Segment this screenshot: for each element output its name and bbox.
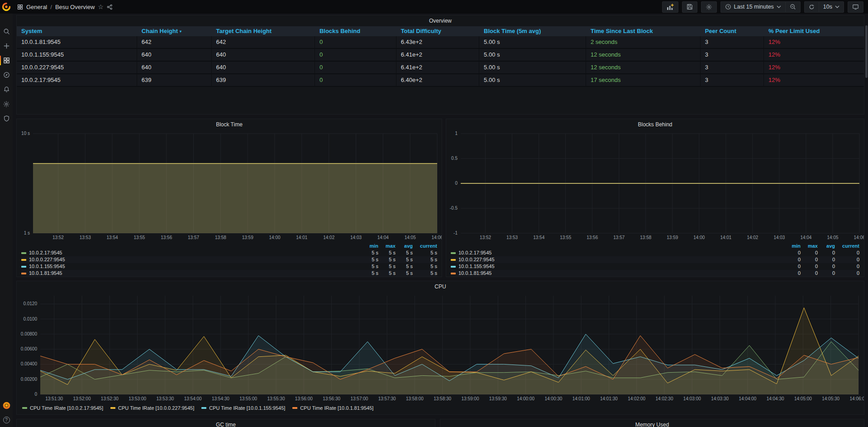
legend-header: minmaxavgcurrent	[21, 242, 437, 249]
svg-text:14:00:30: 14:00:30	[544, 396, 562, 401]
table-cell: 6.41e+2	[396, 62, 479, 73]
zoom-out-button[interactable]	[785, 1, 801, 13]
dashboard-settings-button[interactable]	[701, 1, 717, 13]
sidebar-item-explore[interactable]	[0, 71, 13, 79]
svg-text:14:01: 14:01	[720, 235, 731, 240]
column-header[interactable]: % Peer Limit Used	[764, 26, 864, 36]
save-dashboard-button[interactable]	[682, 1, 697, 13]
blocks-behind-chart[interactable]: 13:5213:5313:5413:5513:5613:5713:5813:59…	[446, 130, 864, 242]
svg-text:13:59:30: 13:59:30	[489, 396, 507, 401]
svg-text:13:59: 13:59	[667, 235, 678, 240]
table-cell: 0	[315, 36, 396, 48]
panel-title[interactable]: CPU	[17, 281, 864, 292]
svg-text:14:00: 14:00	[269, 235, 280, 240]
legend-item[interactable]: CPU Time IRate [10.0.0.227:9545]	[110, 405, 194, 411]
svg-text:0.5: 0.5	[451, 156, 458, 161]
legend-row[interactable]: 10.0.1.155:95455 s5 s5 s5 s	[21, 263, 437, 270]
breadcrumb: General / Besu Overview ☆	[17, 4, 113, 10]
legend-row[interactable]: 10.0.2.17:95455 s5 s5 s5 s	[21, 249, 437, 256]
grafana-flame-icon	[2, 2, 11, 11]
grafana-logo[interactable]	[0, 0, 13, 14]
legend-row[interactable]: 10.0.1.155:95450000	[451, 263, 859, 270]
legend-item[interactable]: CPU Time IRate [10.0.1.81:9545]	[292, 405, 373, 411]
refresh-interval-picker[interactable]: 10s	[819, 1, 844, 13]
svg-text:13:54:00: 13:54:00	[184, 396, 202, 401]
legend-row[interactable]: 10.0.0.227:95455 s5 s5 s5 s	[21, 256, 437, 263]
time-range-picker[interactable]: Last 15 minutes	[720, 1, 785, 13]
svg-text:13:59:00: 13:59:00	[462, 396, 479, 401]
overview-table-header: SystemChain Height▾Target Chain HeightBl…	[17, 26, 864, 36]
add-panel-button[interactable]	[662, 1, 678, 13]
sidebar-item-add[interactable]	[0, 42, 13, 50]
table-cell: 642	[137, 36, 212, 48]
dashboard: Overview SystemChain Height▾Target Chain…	[13, 14, 868, 427]
legend-item[interactable]: CPU Time IRate [10.0.1.155:9545]	[201, 405, 285, 411]
legend-row[interactable]: 10.0.1.81:95450000	[451, 270, 859, 277]
svg-text:13:58:00: 13:58:00	[406, 396, 424, 401]
share-icon[interactable]	[107, 4, 113, 10]
panel-title[interactable]: Memory Used	[440, 419, 864, 427]
svg-text:0.00800: 0.00800	[21, 331, 38, 336]
cpu-chart[interactable]: 13:51:3013:52:0013:52:3013:53:0013:53:30…	[17, 292, 864, 403]
svg-text:13:56: 13:56	[161, 235, 172, 240]
panel-title[interactable]: GC time	[17, 419, 435, 427]
svg-text:-0.5: -0.5	[450, 206, 458, 211]
user-avatar[interactable]	[3, 402, 10, 411]
legend-row[interactable]: 10.0.2.17:95450000	[451, 249, 859, 256]
panel-cpu: CPU 13:51:3013:52:0013:52:3013:53:0013:5…	[16, 281, 864, 415]
table-cell: 3	[701, 49, 764, 61]
scrollbar[interactable]	[865, 25, 868, 78]
panel-overview: Overview SystemChain Height▾Target Chain…	[16, 15, 864, 115]
breadcrumb-title[interactable]: Besu Overview	[55, 4, 95, 10]
svg-text:13:55:00: 13:55:00	[239, 396, 257, 401]
legend-item[interactable]: CPU Time IRate [10.0.2.17:9545]	[22, 405, 103, 411]
legend-row[interactable]: 10.0.1.81:95455 s5 s5 s5 s	[21, 270, 437, 277]
help-icon[interactable]: ?	[3, 417, 10, 423]
navbar: General / Besu Overview ☆	[13, 0, 868, 14]
sidebar-item-alerting[interactable]	[0, 85, 13, 94]
panel-title[interactable]: Overview	[17, 15, 864, 26]
svg-text:13:58: 13:58	[640, 235, 651, 240]
svg-text:14:01:00: 14:01:00	[572, 396, 590, 401]
svg-text:13:55: 13:55	[134, 235, 145, 240]
column-header[interactable]: Target Chain Height	[212, 26, 315, 36]
block-time-chart[interactable]: 13:5213:5313:5413:5513:5613:5713:5813:59…	[17, 130, 442, 242]
column-header[interactable]: Time Since Last Block	[586, 26, 701, 36]
star-icon[interactable]: ☆	[98, 4, 104, 10]
legend-row[interactable]: 10.0.0.227:95450000	[451, 256, 859, 263]
column-header[interactable]: Chain Height▾	[137, 26, 212, 36]
svg-text:14:06:00: 14:06:00	[850, 396, 864, 401]
column-header[interactable]: System	[17, 26, 137, 36]
column-header[interactable]: Blocks Behind	[315, 26, 396, 36]
zoom-out-icon	[790, 4, 796, 10]
table-cell: 639	[212, 74, 315, 86]
column-header[interactable]: Block Time (5m avg)	[479, 26, 586, 36]
clock-icon	[725, 4, 731, 10]
grafana-app: ? General / Besu Overview ☆	[0, 0, 868, 427]
panel-gc-time: GC time	[16, 419, 435, 427]
svg-text:13:58: 13:58	[215, 235, 226, 240]
table-cell: 17 seconds	[586, 74, 701, 86]
sidebar-item-search[interactable]	[0, 27, 13, 36]
panel-title[interactable]: Blocks Behind	[446, 119, 864, 130]
table-cell: 12%	[764, 74, 864, 86]
chart-wrap: 13:5213:5313:5413:5513:5613:5713:5813:59…	[446, 130, 864, 242]
gear-icon	[3, 101, 10, 108]
table-row: 10.0.0.227:954564064006.41e+25.00 s12 se…	[17, 62, 864, 74]
svg-text:0: 0	[455, 181, 458, 186]
sidebar-item-configuration[interactable]	[0, 100, 13, 108]
sidebar-item-server-admin[interactable]	[0, 114, 13, 123]
cycle-view-mode-button[interactable]	[848, 1, 863, 13]
svg-text:14:05:00: 14:05:00	[794, 396, 812, 401]
panel-title[interactable]: Block Time	[17, 119, 442, 130]
svg-text:13:56: 13:56	[587, 235, 598, 240]
breadcrumb-folder[interactable]: General	[26, 4, 47, 10]
sidebar-item-dashboards[interactable]	[0, 56, 13, 65]
svg-text:0.00200: 0.00200	[21, 377, 38, 382]
time-range-label: Last 15 minutes	[734, 4, 774, 10]
column-header[interactable]: Peer Count	[701, 26, 764, 36]
column-header[interactable]: Total Difficulty	[396, 26, 479, 36]
refresh-button[interactable]	[804, 1, 819, 13]
svg-text:13:57:30: 13:57:30	[378, 396, 396, 401]
svg-text:13:54:30: 13:54:30	[212, 396, 229, 401]
